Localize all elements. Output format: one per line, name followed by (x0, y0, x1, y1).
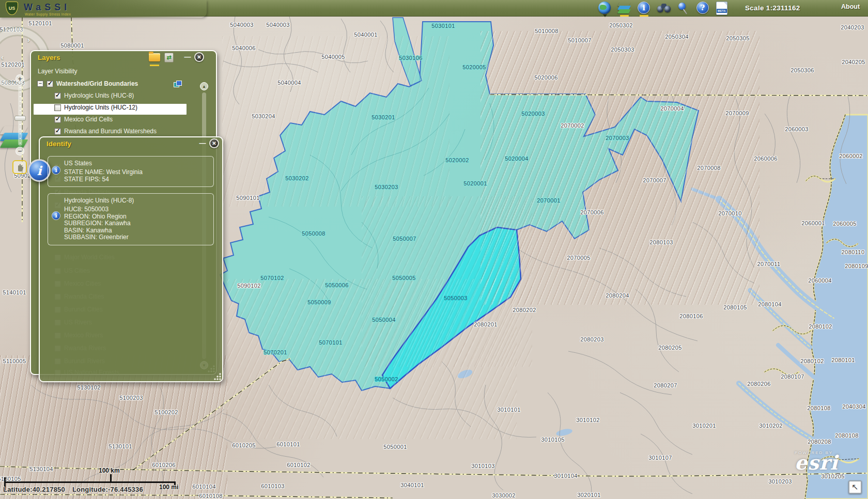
identify-result-fields: STATE NAME: West VirginiaSTATE FIPS: 54 (64, 169, 213, 183)
refresh-layers-icon[interactable]: ⇄ (164, 53, 174, 63)
info-icon: i (52, 166, 60, 175)
identify-resize-grip[interactable] (214, 373, 221, 380)
find-tool-button[interactable] (657, 2, 671, 15)
identify-result: US StatesiSTATE NAME: West VirginiaSTATE… (48, 156, 214, 187)
longitude-readout: Longitude:-76.445336 (72, 486, 143, 493)
layer-checkbox[interactable] (54, 104, 61, 111)
layers-minimize-button[interactable]: — (184, 53, 191, 61)
layer-item-rwanda-and-burundi-watersheds[interactable]: Rwanda and Burundi Watersheds (54, 128, 157, 135)
layer-item-hydrologic-units-huc-8-[interactable]: Hydrologic Units (HUC-8) (54, 92, 134, 99)
layer-label: Hydrologic Units (HUC-8) (64, 92, 134, 99)
pushpin-tool-button[interactable] (677, 2, 690, 15)
app-title: WaSSI (24, 2, 70, 13)
map-layers-icon (618, 2, 631, 15)
layers-tool-button[interactable] (618, 2, 631, 15)
toolbar: i ? META (598, 2, 730, 16)
zoom-out-button[interactable]: − (16, 147, 24, 155)
scalebar-mi-label: 100 mi (159, 484, 178, 491)
identify-panel-title: Identify (47, 140, 71, 148)
layer-visibility-label: Layer Visibility (38, 68, 77, 75)
identify-panel-titlebar[interactable]: Identify — ✕ (40, 137, 222, 151)
layer-label: Rwanda and Burundi Watersheds (64, 128, 157, 135)
zoom-in-button[interactable]: + (16, 74, 24, 83)
layer-item-mexico-grid-cells[interactable]: Mexico Grid Cells (54, 116, 113, 123)
identify-result-layer: Hydrologic Units (HUC-8) (64, 197, 213, 204)
app-subtitle: Water Supply Stress Index (25, 12, 71, 16)
layers-close-button[interactable]: ✕ (194, 52, 204, 62)
map-scale-readout: Scale 1:2311162 (745, 4, 800, 12)
layer-item-hydrologic-units-huc-12-[interactable]: Hydrologic Units (HUC-12) (54, 104, 137, 111)
app-header: US WaSSI Water Supply Stress Index i ? M… (0, 0, 868, 17)
latitude-readout: Latitude:40.217850 (3, 486, 65, 493)
logo-tile: US WaSSI Water Supply Stress Index (0, 0, 207, 18)
pan-hand-tool[interactable] (12, 160, 27, 174)
collapse-group-icon[interactable]: − (37, 81, 43, 87)
identify-result-fields: HUC8: 5050003REGION: Ohio RegionSUBREGIO… (64, 206, 213, 241)
info-icon: i (52, 211, 60, 220)
active-tool-underline (640, 15, 648, 17)
layers-panel-titlebar[interactable]: Layers ⇄ — ✕ (31, 51, 216, 65)
basemap-globe-button[interactable] (598, 2, 612, 15)
identify-result-layer: US States (64, 160, 213, 167)
layer-checkbox[interactable] (54, 128, 61, 135)
overview-map-toggle-button[interactable]: ↖ (848, 480, 862, 494)
northern-panhandle-sliver (393, 18, 422, 86)
group-checkbox[interactable] (47, 81, 53, 87)
pushpin-icon (677, 2, 689, 15)
help-button[interactable]: ? (696, 2, 710, 15)
identify-panel: Identify — ✕ i US StatesiSTATE NAME: Wes… (39, 136, 223, 382)
info-icon: i (638, 2, 650, 14)
wv-huc8-region (220, 22, 699, 391)
identify-tool-button[interactable]: i (638, 2, 651, 15)
help-icon: ? (696, 2, 709, 14)
layer-label: Hydrologic Units (HUC-12) (64, 104, 137, 111)
identify-result: Hydrologic Units (HUC-8)iHUC8: 5050003RE… (48, 193, 214, 245)
globe-icon (598, 2, 611, 14)
esri-credit: POWERED BY esri (795, 450, 838, 471)
chevron-down-icon (603, 14, 607, 17)
layers-panel-title: Layers (38, 54, 60, 61)
group-layers-icon[interactable] (174, 81, 182, 88)
esri-logo: esri (795, 455, 838, 471)
identify-minimize-button[interactable]: — (199, 139, 206, 147)
scalebar-km-label: 100 km (99, 467, 120, 474)
coordinate-readout: Latitude:40.217850Longitude:-76.445336 (3, 486, 150, 493)
about-link[interactable]: About (841, 3, 860, 10)
layer-group-row[interactable]: − Watershed/Grid Boundaries (37, 80, 138, 87)
identify-close-button[interactable]: ✕ (209, 138, 219, 148)
metadata-document-icon: META (716, 2, 727, 15)
open-folder-icon[interactable] (149, 53, 160, 61)
forest-service-shield-icon: US (6, 2, 18, 15)
scroll-up-arrow[interactable]: ▲ (200, 82, 208, 90)
active-tool-underline (620, 15, 629, 17)
layer-checkbox[interactable] (54, 116, 61, 123)
layer-checkbox[interactable] (54, 92, 61, 99)
group-label: Watershed/Grid Boundaries (56, 80, 138, 87)
zoom-slider-handle[interactable] (14, 116, 26, 121)
metadata-button[interactable]: META (716, 2, 730, 15)
hand-icon (16, 163, 25, 172)
binoculars-icon (657, 2, 671, 14)
layer-label: Mexico Grid Cells (64, 116, 113, 123)
